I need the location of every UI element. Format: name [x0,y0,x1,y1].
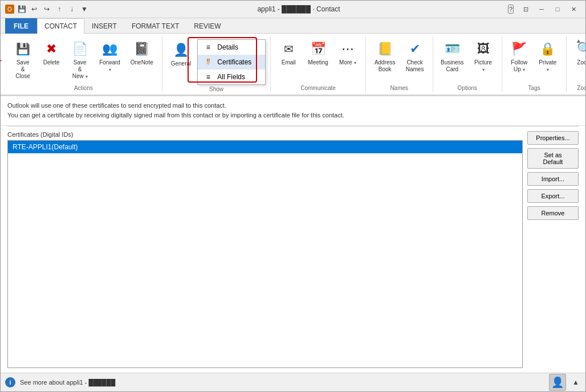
check-names-label: CheckNames [406,59,424,73]
status-avatar: 👤 [549,374,566,391]
certificate-section: Certificates (Digital IDs) RTE-APPLI1(De… [7,131,523,368]
arrow-indicator: → [0,54,4,67]
zoom-label: Zoom [577,59,586,66]
meeting-label: Meeting [308,59,328,66]
meeting-icon: 📅 [309,40,327,58]
redo-quick-btn[interactable]: ↪ [42,4,52,14]
all-fields-icon: ≡ [204,72,213,81]
ribbon-group-tags: 🚩 FollowUp ▾ 🔒 Private ▾ Tags [502,36,567,92]
business-card-button[interactable]: 🪪 BusinessCard [438,37,467,76]
private-button[interactable]: 🔒 Private ▾ [534,37,561,76]
all-fields-menu-item[interactable]: ≡ All Fields [198,70,265,84]
save-new-icon: 📄 [71,40,89,58]
follow-up-button[interactable]: 🚩 FollowUp ▾ [507,37,531,76]
info-bar: Outlook will use one of these certificat… [1,96,585,126]
main-content: Outlook will use one of these certificat… [1,96,585,373]
tab-contact[interactable]: CONTACT [37,18,84,34]
status-info-icon: i [5,377,15,387]
close-button[interactable]: ✕ [566,3,581,15]
forward-icon: 👥 [101,40,119,58]
certificate-buttons: Properties... Set as Default Import... E… [527,131,579,368]
communicate-group-label: Communicate [275,84,361,92]
options-group-label: Options [438,84,498,92]
general-label: General [171,60,192,67]
onenote-icon: 📓 [133,40,151,58]
address-book-icon: 📒 [376,40,394,58]
content-panel: Certificates (Digital IDs) RTE-APPLI1(De… [1,126,585,373]
move-down-btn[interactable]: ↓ [67,4,77,14]
info-line1: Outlook will use one of these certificat… [7,101,579,111]
email-button[interactable]: ✉ Email [275,37,302,69]
tab-review[interactable]: REVIEW [186,18,228,34]
quick-access-toolbar: O 💾 ↩ ↪ ↑ ↓ ▼ [5,4,89,14]
window-controls: ⊡ ─ □ ✕ [518,3,581,15]
private-icon: 🔒 [539,40,557,58]
save-quick-btn[interactable]: 💾 [17,4,27,14]
ribbon-group-names: 📒 AddressBook ✔ CheckNames Names [366,36,433,92]
certificates-menu-item[interactable]: 🎖 Certificates [198,55,265,70]
more-label: More ▾ [339,59,356,66]
info-line2: You can get a certificate by receiving d… [7,111,579,121]
ribbon-collapse-button[interactable]: ▲ [574,36,583,45]
delete-label: Delete [43,59,60,66]
general-icon: 👤 [172,41,190,59]
undo-quick-btn[interactable]: ↩ [29,4,39,14]
save-close-label: Save &Close [14,59,32,80]
help-button[interactable]: ? [508,5,514,14]
export-button[interactable]: Export... [527,189,579,203]
ribbon-group-communicate: ✉ Email 📅 Meeting ⋯ More ▾ Communicate [271,36,366,92]
business-card-icon: 🪪 [443,40,461,58]
cert-item-rte-appli1[interactable]: RTE-APPLI1(Default) [8,141,522,153]
remove-button[interactable]: Remove [527,206,579,220]
move-up-btn[interactable]: ↑ [54,4,64,14]
ribbon-group-options: 🪪 BusinessCard 🖼 Picture ▾ Options [433,36,503,92]
check-names-button[interactable]: ✔ CheckNames [402,37,428,76]
import-button[interactable]: Import... [527,172,579,186]
save-new-label: Save &New ▾ [71,59,89,80]
forward-button[interactable]: 👥 Forward▾ [95,37,124,76]
certificate-list[interactable]: RTE-APPLI1(Default) [7,140,523,368]
delete-button[interactable]: ✖ Delete [38,37,64,69]
email-icon: ✉ [279,40,298,58]
quick-more-btn[interactable]: ▼ [79,4,89,14]
app-icon: O [5,5,14,14]
show-group-label: Show [167,85,266,93]
more-icon: ⋯ [339,40,357,58]
tab-insert[interactable]: INSERT [84,18,124,34]
onenote-label: OneNote [131,59,153,66]
address-book-button[interactable]: 📒 AddressBook [371,37,400,76]
ribbon-group-actions: 💾 Save &Close ✖ Delete 📄 Save &New ▾ 👥 F… [5,36,162,92]
ribbon-tabs: FILE CONTACT INSERT FORMAT TEXT REVIEW [1,18,585,34]
cert-section-label: Certificates (Digital IDs) [7,131,523,138]
more-button[interactable]: ⋯ More ▾ [335,37,361,69]
details-menu-item[interactable]: ≡ Details [198,40,265,55]
minimize-button[interactable]: ─ [534,3,549,15]
meeting-button[interactable]: 📅 Meeting [304,37,332,69]
tab-file[interactable]: FILE [5,18,37,34]
picture-button[interactable]: 🖼 Picture ▾ [469,37,497,76]
save-new-button[interactable]: 📄 Save &New ▾ [67,37,93,83]
tab-format-text[interactable]: FORMAT TEXT [124,18,186,34]
onenote-button[interactable]: 📓 OneNote [127,37,157,69]
general-button[interactable]: 👤 General [167,38,196,70]
email-label: Email [282,59,296,66]
maximize-button[interactable]: □ [550,3,565,15]
names-group-label: Names [371,84,428,92]
all-fields-label: All Fields [217,73,245,81]
status-scroll-up[interactable]: ▲ [571,377,581,387]
restore-button[interactable]: ⊡ [518,3,533,15]
picture-label: Picture ▾ [473,59,493,73]
certificates-menu-icon: 🎖 [204,58,213,67]
details-label: Details [217,43,238,51]
business-card-label: BusinessCard [441,59,464,73]
set-default-button[interactable]: Set as Default [527,148,579,169]
follow-up-icon: 🚩 [510,40,528,58]
save-close-icon: 💾 [14,40,32,58]
properties-button[interactable]: Properties... [527,131,579,145]
title-bar: O 💾 ↩ ↪ ↑ ↓ ▼ appli1 - ██████ · Contact … [1,1,585,18]
status-text: See more about appli1 - ██████ [20,379,544,386]
ribbon-content: 💾 Save &Close ✖ Delete 📄 Save &New ▾ 👥 F… [1,34,585,95]
picture-icon: 🖼 [474,40,493,58]
actions-group-label: Actions [10,84,157,92]
save-close-button[interactable]: 💾 Save &Close [10,37,36,83]
